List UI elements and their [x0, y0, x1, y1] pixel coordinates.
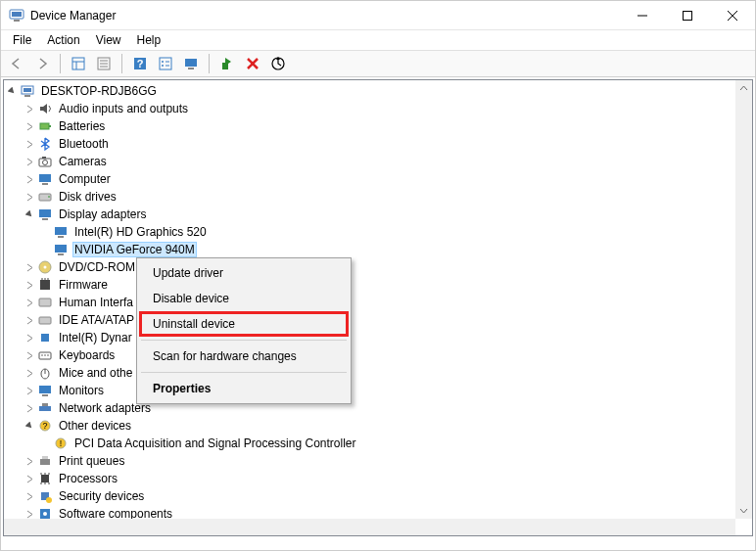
tree-node-firmware[interactable]: Firmware: [4, 276, 735, 294]
audio-icon: [37, 101, 53, 116]
scroll-up-button[interactable]: [735, 80, 752, 97]
tree-node-label: Human Interfa: [57, 295, 135, 310]
expander-closed-icon[interactable]: [22, 154, 37, 169]
show-hide-tree-button[interactable]: [67, 52, 90, 75]
expander-closed-icon[interactable]: [22, 259, 37, 275]
expander-open-icon[interactable]: [4, 83, 20, 99]
properties-button[interactable]: [92, 52, 116, 75]
tree-node-label: Keyboards: [57, 347, 117, 363]
tree-node-hid[interactable]: Human Interfa: [4, 294, 735, 311]
tree-node-label: PCI Data Acquisition and Signal Processi…: [72, 436, 357, 451]
vertical-scrollbar[interactable]: [735, 80, 752, 519]
expander-closed-icon[interactable]: [22, 383, 37, 398]
expander-closed-icon[interactable]: [22, 471, 37, 486]
expander-closed-icon[interactable]: [22, 488, 37, 504]
menu-file[interactable]: File: [5, 31, 39, 49]
uninstall-button[interactable]: [241, 52, 264, 75]
svg-rect-40: [42, 218, 48, 220]
device-tree[interactable]: DESKTOP-RDJB6GG Audio inputs and outputs…: [4, 80, 735, 535]
context-menu-uninstall-device[interactable]: Uninstall device: [139, 311, 349, 337]
expander-closed-icon[interactable]: [22, 295, 37, 310]
svg-rect-44: [58, 253, 64, 255]
expander-closed-icon[interactable]: [22, 171, 37, 187]
close-button[interactable]: [710, 1, 755, 30]
expander-open-icon[interactable]: [22, 418, 37, 434]
back-button[interactable]: [5, 52, 28, 75]
action-button[interactable]: [154, 52, 177, 75]
expander-closed-icon[interactable]: [22, 189, 37, 205]
menu-help[interactable]: Help: [129, 31, 169, 49]
expander-closed-icon[interactable]: [22, 453, 37, 469]
context-menu-update-driver[interactable]: Update driver: [139, 260, 349, 286]
scroll-down-button[interactable]: [735, 502, 752, 519]
scan-hw-button[interactable]: [179, 52, 203, 75]
forward-button[interactable]: [30, 52, 54, 75]
tree-node-bluetooth[interactable]: Bluetooth: [4, 135, 735, 153]
tree-node-ide[interactable]: IDE ATA/ATAP: [4, 311, 735, 329]
tree-node-display-intel[interactable]: Intel(R) HD Graphics 520: [4, 223, 735, 241]
svg-rect-16: [160, 58, 171, 69]
expander-closed-icon[interactable]: [22, 365, 37, 381]
maximize-button[interactable]: [665, 1, 710, 30]
enable-device-button[interactable]: [215, 52, 239, 75]
tree-node-label: Disk drives: [57, 189, 118, 205]
expander-closed-icon[interactable]: [22, 118, 37, 134]
tree-node-computer[interactable]: Computer: [4, 170, 735, 188]
tree-node-mice[interactable]: Mice and othe: [4, 364, 735, 382]
expander-closed-icon[interactable]: [22, 101, 37, 116]
tree-node-label: Audio inputs and outputs: [57, 101, 190, 116]
tree-node-intel-dynamic[interactable]: Intel(R) Dynar: [4, 329, 735, 346]
svg-rect-70: [41, 475, 49, 482]
tree-node-display-nvidia[interactable]: NVIDIA GeForce 940M: [4, 241, 735, 258]
expander-closed-icon[interactable]: [22, 330, 37, 345]
tree-node-disk[interactable]: Disk drives: [4, 188, 735, 206]
help-button[interactable]: ?: [128, 52, 152, 75]
tree-root[interactable]: DESKTOP-RDJB6GG: [4, 82, 735, 100]
expander-closed-icon[interactable]: [22, 400, 37, 416]
tree-node-display[interactable]: Display adapters: [4, 206, 735, 223]
tree-node-label: IDE ATA/ATAP: [57, 312, 136, 328]
tree-node-keyboards[interactable]: Keyboards: [4, 346, 735, 364]
tree-node-security[interactable]: Security devices: [4, 487, 735, 505]
svg-rect-31: [49, 125, 51, 127]
expander-closed-icon[interactable]: [22, 347, 37, 363]
context-menu-properties[interactable]: Properties: [139, 376, 349, 401]
update-driver-button[interactable]: [266, 52, 290, 75]
tree-node-cameras[interactable]: Cameras: [4, 153, 735, 170]
context-menu-scan-hardware[interactable]: Scan for hardware changes: [139, 344, 349, 369]
svg-rect-42: [58, 236, 64, 238]
context-menu-disable-device[interactable]: Disable device: [139, 286, 349, 311]
tree-node-pci[interactable]: ! PCI Data Acquisition and Signal Proces…: [4, 435, 735, 452]
svg-rect-2: [14, 20, 20, 22]
tree-node-label: Intel(R) Dynar: [57, 330, 134, 345]
unknown-device-icon: !: [53, 436, 69, 451]
tree-node-other[interactable]: ? Other devices: [4, 417, 735, 435]
title-bar: Device Manager: [1, 1, 755, 30]
svg-rect-21: [185, 59, 197, 67]
expander-open-icon[interactable]: [22, 207, 37, 222]
toolbar-separator: [121, 54, 122, 73]
tree-node-print[interactable]: Print queues: [4, 452, 735, 470]
expander-closed-icon[interactable]: [22, 312, 37, 328]
horizontal-scrollbar[interactable]: [4, 519, 735, 535]
expander-closed-icon[interactable]: [22, 277, 37, 293]
svg-rect-4: [684, 11, 692, 20]
svg-rect-7: [72, 58, 84, 69]
tree-node-audio[interactable]: Audio inputs and outputs: [4, 100, 735, 117]
minimize-button[interactable]: [620, 1, 665, 30]
svg-text:?: ?: [42, 421, 47, 431]
disk-icon: [37, 189, 53, 205]
svg-rect-61: [42, 394, 48, 396]
svg-point-33: [43, 161, 48, 165]
menu-view[interactable]: View: [88, 31, 129, 49]
tree-node-batteries[interactable]: Batteries: [4, 117, 735, 135]
expander-closed-icon[interactable]: [22, 136, 37, 152]
tree-node-network[interactable]: Network adapters: [4, 399, 735, 417]
tree-node-monitors[interactable]: Monitors: [4, 382, 735, 399]
svg-point-80: [43, 512, 47, 516]
computer-icon: [20, 83, 35, 99]
svg-point-17: [162, 61, 164, 63]
menu-action[interactable]: Action: [39, 31, 87, 49]
tree-node-dvd[interactable]: DVD/CD-ROM: [4, 258, 735, 276]
tree-node-processors[interactable]: Processors: [4, 470, 735, 487]
